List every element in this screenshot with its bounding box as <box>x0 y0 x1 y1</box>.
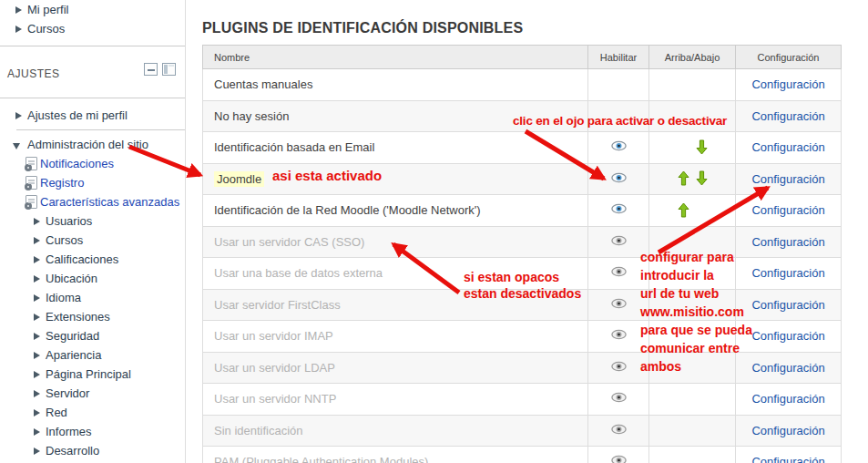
sidebar-item-label[interactable]: Cursos <box>27 22 65 36</box>
move-up-icon[interactable] <box>674 391 692 407</box>
sidebar-item-label[interactable]: Servidor <box>46 386 89 400</box>
sidebar-item-label[interactable]: Mi perfil <box>27 3 69 16</box>
configuracion-link[interactable]: Configuración <box>751 140 824 154</box>
move-up-icon[interactable] <box>674 454 692 463</box>
move-up-icon[interactable] <box>674 422 692 438</box>
sidebar-item[interactable]: Usuarios <box>0 211 185 231</box>
triangle-right-icon <box>15 26 22 33</box>
triangle-right-icon <box>34 390 40 397</box>
dock-block-icon[interactable] <box>162 63 176 76</box>
column-header: Configuración <box>736 46 842 69</box>
triangle-down-icon <box>13 143 20 149</box>
sidebar-item-label[interactable]: Red <box>46 406 67 419</box>
eye-toggle-icon[interactable] <box>611 172 627 183</box>
configuracion-link[interactable]: Configuración <box>751 298 824 312</box>
sidebar-item[interactable]: Idioma <box>0 288 185 307</box>
sidebar-item[interactable]: Extensiones <box>0 307 185 326</box>
sidebar-item-label[interactable]: Idioma <box>46 291 81 304</box>
sidebar-item[interactable]: Características avanzadas <box>0 192 185 211</box>
sidebar-item-label[interactable]: Calificaciones <box>46 252 118 266</box>
sidebar-item[interactable]: Cursos <box>0 231 185 250</box>
sidebar-top-nav: Mi perfil Cursos <box>0 0 185 38</box>
divider <box>0 98 185 98</box>
sidebar-item-label[interactable]: Usuarios <box>46 214 92 228</box>
sidebar-item[interactable]: Ajustes de mi perfil <box>0 106 185 125</box>
eye-toggle-icon[interactable] <box>611 140 627 151</box>
configuracion-link[interactable]: Configuración <box>751 361 824 375</box>
move-up-icon[interactable] <box>674 77 692 93</box>
configuracion-link[interactable]: Configuración <box>751 424 824 437</box>
eye-toggle-icon[interactable] <box>611 455 627 463</box>
configuracion-link[interactable]: Configuración <box>751 77 824 91</box>
sidebar-item-label[interactable]: Seguridad <box>46 329 99 343</box>
move-up-icon[interactable] <box>674 202 692 219</box>
configuracion-link[interactable]: Configuración <box>751 329 824 343</box>
move-down-icon[interactable] <box>692 77 710 93</box>
configuracion-link[interactable]: Configuración <box>751 203 824 217</box>
triangle-right-icon <box>34 256 40 263</box>
sidebar-item-label[interactable]: Cursos <box>46 233 83 247</box>
column-header: Arriba/Abajo <box>649 46 736 69</box>
triangle-right-icon <box>34 218 40 225</box>
sidebar-item[interactable]: Informes <box>0 422 185 441</box>
configuracion-link[interactable]: Configuración <box>751 172 824 186</box>
page-title: PLUGINS DE IDENTIFICACIÓN DISPONIBLES <box>202 20 523 36</box>
eye-toggle-icon[interactable] <box>611 266 627 277</box>
sidebar-item-label[interactable]: Informes <box>46 425 92 438</box>
sidebar-item-label[interactable]: Características avanzadas <box>40 195 179 209</box>
sidebar-item[interactable]: Seguridad <box>0 326 185 345</box>
sidebar-item-label[interactable]: Apariencia <box>46 348 101 362</box>
move-down-icon[interactable] <box>692 454 710 463</box>
configuracion-link[interactable]: Configuración <box>751 109 824 123</box>
plugin-name: Joomdle <box>214 171 264 187</box>
sidebar-item[interactable]: Notificaciones <box>0 154 185 173</box>
move-down-icon[interactable] <box>692 202 710 219</box>
sidebar-item[interactable]: Página Principal <box>0 365 185 384</box>
settings-tree-top: Ajustes de mi perfil <box>0 106 185 125</box>
triangle-right-icon <box>34 448 40 455</box>
move-up-icon[interactable] <box>674 139 692 156</box>
configuracion-link[interactable]: Configuración <box>751 392 824 406</box>
sidebar-item[interactable]: Mi perfil <box>0 0 185 19</box>
sidebar-item[interactable]: Cursos <box>0 19 185 38</box>
move-down-icon[interactable] <box>692 170 710 187</box>
sidebar-item[interactable]: Apariencia <box>0 345 185 365</box>
plugin-name: PAM (Pluggable Authentication Modules) <box>214 455 428 463</box>
plugin-name: Usar un servidor IMAP <box>214 329 333 343</box>
plugin-name: Usar un servidor CAS (SSO) <box>214 235 364 249</box>
eye-toggle-icon[interactable] <box>611 298 627 309</box>
sidebar-item[interactable]: Desarrollo <box>0 441 185 460</box>
plugin-name: Identificación de la Red Moodle ('Moodle… <box>214 203 481 217</box>
sidebar-item-label[interactable]: Desarrollo <box>46 444 99 458</box>
move-down-icon[interactable] <box>692 391 710 407</box>
eye-toggle-icon[interactable] <box>611 235 627 246</box>
plugin-name: Cuentas manuales <box>214 77 312 91</box>
sidebar-item-label[interactable]: Administración del sitio <box>27 138 148 151</box>
move-up-icon[interactable] <box>674 170 692 187</box>
configuracion-link[interactable]: Configuración <box>751 235 824 249</box>
move-down-icon[interactable] <box>692 422 710 438</box>
move-down-icon[interactable] <box>692 139 710 156</box>
sidebar-item-label[interactable]: Extensiones <box>46 310 110 324</box>
sidebar-item-label[interactable]: Ajustes de mi perfil <box>27 108 128 122</box>
eye-toggle-icon[interactable] <box>611 203 627 214</box>
eye-toggle-icon[interactable] <box>611 424 627 435</box>
configuracion-link[interactable]: Configuración <box>751 455 824 463</box>
eye-toggle-icon[interactable] <box>611 329 627 340</box>
configuracion-link[interactable]: Configuración <box>751 266 824 280</box>
sidebar-item[interactable]: Registro <box>0 173 185 192</box>
triangle-right-icon <box>15 6 22 14</box>
sidebar-item-label[interactable]: Registro <box>40 176 84 190</box>
sidebar-item-label[interactable]: Ubicación <box>46 272 97 285</box>
sidebar-item[interactable]: Servidor <box>0 384 185 403</box>
sidebar-item-label[interactable]: Página Principal <box>46 367 131 381</box>
sidebar-item[interactable]: Administración del sitio <box>0 135 185 154</box>
eye-toggle-icon[interactable] <box>611 361 627 372</box>
collapse-block-icon[interactable] <box>144 63 158 76</box>
eye-toggle-icon[interactable] <box>611 392 627 403</box>
sidebar-item[interactable]: Ubicación <box>0 269 185 288</box>
sidebar-item[interactable]: Red <box>0 403 185 422</box>
sidebar-item[interactable]: Calificaciones <box>0 250 185 269</box>
sidebar-item-label[interactable]: Notificaciones <box>40 157 114 170</box>
triangle-right-icon <box>34 294 40 302</box>
